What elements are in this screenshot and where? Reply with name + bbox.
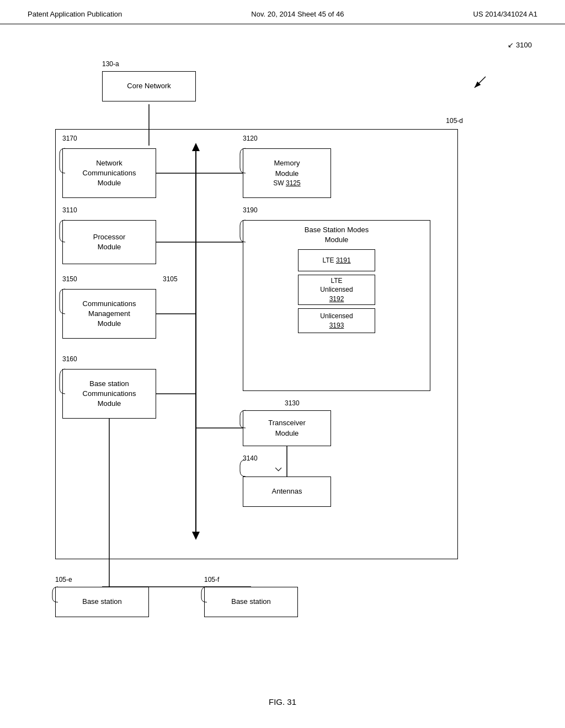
ref-3140-label: 3140	[243, 454, 258, 462]
ref-105e-label: 105-e	[55, 576, 72, 584]
ref-3110-label: 3110	[62, 206, 77, 214]
ref-3160-label: 3160	[62, 355, 77, 363]
network-comm-box: NetworkCommunicationsModule	[62, 148, 156, 198]
ref-3170-label: 3170	[62, 135, 77, 142]
ref-3105-label: 3105	[163, 275, 178, 283]
page-header: Patent Application Publication Nov. 20, …	[0, 0, 565, 24]
svg-line-17	[475, 77, 486, 88]
base-station-modes-outer: Base Station ModesModule LTE 3191 LTEUnl…	[243, 220, 430, 391]
ref-105f-label: 105-f	[204, 576, 219, 584]
ref-3120-label: 3120	[243, 135, 258, 142]
base-station-f-box: Base station	[204, 587, 298, 617]
memory-box: MemoryModule SW 3125	[243, 148, 331, 198]
processor-box: ProcessorModule	[62, 220, 156, 264]
antennas-box: Antennas	[243, 477, 331, 507]
header-right: US 2014/341024 A1	[473, 10, 537, 18]
ref-105d-label: 105-d	[446, 117, 463, 125]
ref-3150-label: 3150	[62, 275, 77, 283]
lte-3191-box: LTE 3191	[298, 249, 375, 271]
base-station-e-box: Base station	[55, 587, 149, 617]
header-left: Patent Application Publication	[28, 10, 122, 18]
transceiver-box: TransceiverModule	[243, 410, 331, 446]
core-network-box: Core Network	[102, 71, 196, 101]
comm-mgmt-box: CommunicationsManagementModule	[62, 289, 156, 339]
base-station-comm-box: Base stationCommunicationsModule	[62, 369, 156, 419]
ref-130a-label: 130-a	[102, 60, 119, 68]
ref-3130-label: 3130	[285, 399, 300, 407]
unlicensed-3193-box: Unlicensed3193	[298, 308, 375, 333]
ref-3100: ↙ 3100	[508, 41, 532, 49]
figure-caption: FIG. 31	[0, 697, 565, 706]
diagram-area: ↙ 3100 130-a Core Network 105-d 3170 Net…	[0, 24, 565, 686]
header-center: Nov. 20, 2014 Sheet 45 of 46	[251, 10, 344, 18]
ref-3190-label: 3190	[243, 206, 258, 214]
lte-unlicensed-3192-box: LTEUnlicensed3192	[298, 275, 375, 305]
antenna-symbol: ⌵	[275, 460, 282, 474]
